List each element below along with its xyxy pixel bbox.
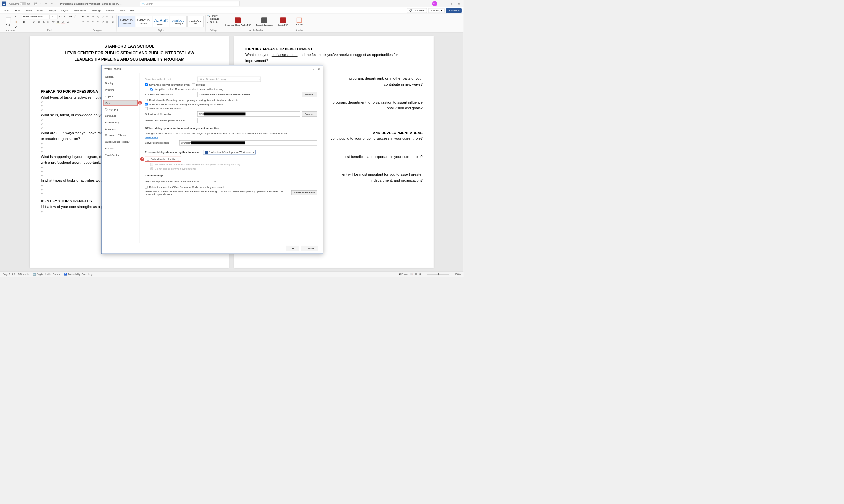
create-share-pdf-button[interactable]: Create and Share Adobe PDF: [223, 17, 253, 27]
increase-indent-icon[interactable]: ▷: [101, 15, 105, 19]
underline-icon[interactable]: U: [32, 20, 36, 24]
save-computer-checkbox[interactable]: [145, 107, 148, 110]
word-count[interactable]: 534 words: [18, 273, 29, 275]
user-avatar[interactable]: LC: [432, 1, 437, 6]
sidebar-item-typography[interactable]: Typography: [102, 106, 140, 113]
sidebar-item-language[interactable]: Language: [102, 112, 140, 119]
borders-icon[interactable]: ⊞: [110, 20, 115, 24]
print-layout-icon[interactable]: ▤: [415, 273, 417, 275]
tab-file[interactable]: File: [2, 8, 11, 13]
keep-last-checkbox[interactable]: [150, 88, 153, 90]
tab-design[interactable]: Design: [46, 8, 58, 13]
align-left-icon[interactable]: ≡: [81, 20, 85, 24]
sidebar-item-qat[interactable]: Quick Access Toolbar: [102, 139, 140, 145]
document-title[interactable]: Professional-Development-Worksheet • Sav…: [60, 2, 122, 5]
shrink-font-icon[interactable]: A↓: [63, 15, 67, 19]
tab-help[interactable]: Help: [127, 8, 138, 13]
font-size-select[interactable]: [50, 15, 58, 19]
decrease-indent-icon[interactable]: ◁: [96, 15, 100, 19]
tab-references[interactable]: References: [71, 8, 89, 13]
request-signatures-button[interactable]: Request Signatures: [254, 17, 275, 27]
tab-mailings[interactable]: Mailings: [89, 8, 104, 13]
font-name-select[interactable]: [22, 15, 49, 19]
style-heading2[interactable]: AaBbCcHeading 2: [170, 16, 186, 27]
style-nospacing[interactable]: AaBbCcDc¶ No Spac...: [136, 16, 152, 27]
page-indicator[interactable]: Page 1 of 5: [3, 273, 15, 275]
italic-icon[interactable]: I: [27, 20, 31, 24]
save-format-select[interactable]: Word Document (*.docx): [197, 77, 261, 82]
undo-icon[interactable]: ↶: [39, 2, 43, 5]
sidebar-item-customize-ribbon[interactable]: Customize Ribbon: [102, 132, 140, 139]
backstage-checkbox[interactable]: [145, 98, 148, 101]
bullets-icon[interactable]: •≡: [81, 15, 85, 19]
zoom-slider[interactable]: [427, 274, 449, 274]
preserve-document-select[interactable]: Professional-Development-Worksheet ▾: [203, 150, 255, 154]
strikethrough-icon[interactable]: ab: [37, 20, 41, 24]
sidebar-item-trust-center[interactable]: Trust Center: [102, 151, 140, 158]
language-indicator[interactable]: 🔤 English (United States): [33, 273, 61, 275]
style-normal[interactable]: AaBbCcDc¶ Normal: [118, 16, 134, 27]
text-effects-icon[interactable]: A▾: [51, 20, 55, 24]
tab-layout[interactable]: Layout: [58, 8, 71, 13]
embed-fonts-checkbox[interactable]: [147, 158, 149, 160]
styles-gallery[interactable]: AaBbCcDc¶ Normal AaBbCcDc¶ No Spac... Aa…: [118, 16, 203, 27]
sidebar-item-advanced[interactable]: Advanced: [102, 126, 140, 132]
delete-cached-button[interactable]: Delete cached files: [292, 190, 318, 195]
comments-button[interactable]: 💬 Comments: [407, 8, 427, 13]
read-mode-icon[interactable]: 📖: [410, 273, 413, 275]
templates-location-input[interactable]: [197, 118, 318, 123]
bold-icon[interactable]: B: [22, 20, 26, 24]
style-heading1[interactable]: AaBbCHeading 1: [153, 16, 169, 27]
sidebar-item-general[interactable]: General: [102, 73, 140, 80]
numbering-icon[interactable]: 1≡: [86, 15, 90, 19]
tab-draw[interactable]: Draw: [35, 8, 46, 13]
paste-button[interactable]: Paste: [4, 17, 13, 27]
sidebar-item-display[interactable]: Display: [102, 80, 140, 87]
autosave-toggle[interactable]: AutoSave Off: [9, 2, 30, 5]
subscript-icon[interactable]: x₂: [41, 20, 46, 24]
addins-button[interactable]: Add-ins: [294, 17, 305, 27]
change-case-icon[interactable]: Aa▾: [68, 15, 72, 19]
server-drafts-input[interactable]: C:\Users\: [179, 140, 318, 145]
replace-button[interactable]: ↔ Replace: [208, 18, 219, 20]
font-color-icon[interactable]: A: [61, 20, 65, 24]
select-button[interactable]: ▭ Select ▾: [208, 21, 219, 24]
default-local-input[interactable]: C:\U: [197, 111, 300, 116]
line-spacing-icon[interactable]: ↕≡: [101, 20, 105, 24]
multilevel-icon[interactable]: ⁝≡: [91, 15, 95, 19]
autorecover-location-input[interactable]: [197, 92, 300, 97]
clear-format-icon[interactable]: A̸: [73, 15, 77, 19]
sidebar-item-proofing[interactable]: Proofing: [102, 86, 140, 93]
dialog-help-icon[interactable]: ?: [312, 67, 314, 71]
align-right-icon[interactable]: ≡: [91, 20, 95, 24]
additional-places-checkbox[interactable]: [145, 103, 148, 106]
dialog-close-icon[interactable]: ✕: [318, 67, 320, 71]
autorecover-minutes-input[interactable]: [192, 84, 195, 86]
redo-icon[interactable]: ↷: [45, 2, 49, 5]
grow-font-icon[interactable]: A↑: [58, 15, 62, 19]
zoom-in-icon[interactable]: +: [451, 273, 452, 275]
format-painter-icon[interactable]: 🖌: [14, 25, 18, 29]
browse-button[interactable]: Browse...: [302, 92, 318, 97]
justify-icon[interactable]: ≡: [96, 20, 100, 24]
ok-button[interactable]: OK: [286, 246, 299, 251]
accessibility-indicator[interactable]: ♿ Accessibility: Good to go: [64, 273, 93, 275]
sidebar-item-copilot[interactable]: Copilot: [102, 93, 140, 100]
autosave-switch[interactable]: [20, 2, 26, 5]
tab-home[interactable]: Home: [11, 7, 23, 13]
tab-review[interactable]: Review: [104, 8, 117, 13]
editing-mode-button[interactable]: ✎ Editing ▾: [428, 8, 445, 13]
zoom-out-icon[interactable]: −: [424, 273, 425, 275]
tab-insert[interactable]: Insert: [23, 8, 35, 13]
superscript-icon[interactable]: x²: [46, 20, 51, 24]
save-icon[interactable]: 💾: [34, 2, 38, 5]
search-input[interactable]: 🔍 Search: [140, 1, 240, 6]
share-button[interactable]: ↗ Share ▾: [446, 8, 462, 13]
qat-dropdown-icon[interactable]: ▾: [50, 2, 54, 5]
web-layout-icon[interactable]: ▦: [419, 273, 422, 275]
align-center-icon[interactable]: ≡: [86, 20, 90, 24]
close-button[interactable]: ✕: [456, 1, 461, 6]
cancel-button[interactable]: Cancel: [301, 246, 318, 251]
show-marks-icon[interactable]: ¶: [110, 15, 115, 19]
style-title[interactable]: AaBbCcTitle: [187, 16, 203, 27]
